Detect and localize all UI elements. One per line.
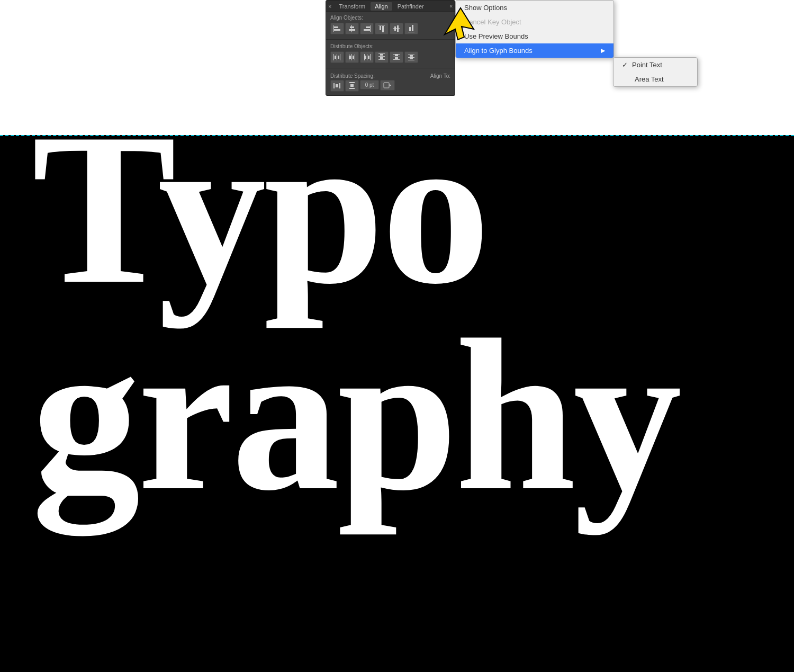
svg-rect-5 xyxy=(351,25,352,32)
align-to-dropdown[interactable] xyxy=(380,80,395,91)
divider1 xyxy=(326,39,455,40)
distribute-objects-section: Distribute Objects: xyxy=(326,41,455,67)
svg-rect-38 xyxy=(393,54,400,55)
svg-rect-2 xyxy=(333,25,334,32)
align-top-button[interactable] xyxy=(375,23,389,34)
svg-rect-15 xyxy=(409,27,411,31)
svg-rect-7 xyxy=(364,29,370,31)
svg-rect-37 xyxy=(380,57,383,59)
panel-close-button[interactable]: × xyxy=(328,3,331,10)
svg-rect-32 xyxy=(368,56,369,59)
svg-rect-28 xyxy=(364,54,365,60)
svg-rect-16 xyxy=(412,25,413,31)
svg-rect-25 xyxy=(355,54,355,60)
align-bottom-button[interactable] xyxy=(404,23,418,34)
distribute-top-button[interactable] xyxy=(375,51,389,63)
distribute-objects-row1 xyxy=(330,51,450,63)
distribute-spacing-section: Distribute Spacing: Align To: xyxy=(326,69,455,95)
typography-display: Typo graphy xyxy=(0,106,794,518)
align-objects-row1 xyxy=(330,23,450,34)
distribute-center-h-button[interactable] xyxy=(345,51,359,63)
svg-rect-17 xyxy=(408,32,414,32)
svg-rect-34 xyxy=(378,56,385,57)
distribute-right-button[interactable] xyxy=(360,51,374,63)
svg-rect-52 xyxy=(349,88,355,89)
svg-rect-45 xyxy=(408,60,414,60)
align-center-h-button[interactable] xyxy=(345,23,359,34)
menu-item-cancel-key-object: Cancel Key Object xyxy=(456,15,613,29)
svg-marker-56 xyxy=(445,8,474,40)
align-center-v-button[interactable] xyxy=(390,23,403,34)
svg-rect-29 xyxy=(367,54,367,60)
divider2 xyxy=(326,68,455,68)
svg-rect-31 xyxy=(365,56,366,59)
menu-item-align-to-glyph-bounds[interactable]: Align to Glyph Bounds ▶ xyxy=(456,43,613,58)
svg-rect-42 xyxy=(395,57,398,59)
distribute-bottom-button[interactable] xyxy=(404,51,418,63)
svg-rect-21 xyxy=(335,56,336,59)
dropdown-menu: Show Options Cancel Key Object Use Previ… xyxy=(455,0,614,58)
svg-rect-9 xyxy=(380,26,381,30)
menu-item-use-preview-bounds[interactable]: Use Preview Bounds xyxy=(456,29,613,43)
tab-transform[interactable]: Transform xyxy=(335,2,369,11)
distribute-h-spacing-button[interactable] xyxy=(330,80,344,92)
align-to-label: Align To: xyxy=(430,73,450,79)
align-right-button[interactable] xyxy=(360,23,374,34)
distribute-center-v-button[interactable] xyxy=(390,51,403,63)
submenu: ✓ Point Text Area Text xyxy=(613,57,698,87)
svg-rect-51 xyxy=(349,82,355,83)
distribute-v-spacing-button[interactable] xyxy=(345,80,359,92)
align-objects-section: Align Objects: xyxy=(326,12,455,38)
svg-rect-22 xyxy=(338,56,339,59)
checkmark-icon: ✓ xyxy=(622,61,628,69)
svg-rect-53 xyxy=(350,84,354,87)
svg-rect-6 xyxy=(366,26,370,28)
svg-rect-54 xyxy=(384,83,389,88)
spacing-input[interactable] xyxy=(360,80,379,89)
align-objects-label: Align Objects: xyxy=(330,15,450,21)
tab-pathfinder[interactable]: Pathfinder xyxy=(393,2,428,11)
svg-rect-49 xyxy=(339,83,340,88)
svg-rect-35 xyxy=(378,59,385,60)
svg-rect-24 xyxy=(351,54,352,60)
tab-align[interactable]: Align xyxy=(371,2,392,11)
svg-marker-55 xyxy=(390,84,391,86)
svg-rect-8 xyxy=(370,25,371,32)
menu-item-show-options[interactable]: Show Options xyxy=(456,1,613,15)
svg-rect-26 xyxy=(349,56,351,59)
svg-rect-47 xyxy=(410,58,413,59)
svg-rect-43 xyxy=(408,55,414,55)
svg-rect-23 xyxy=(349,54,349,60)
svg-rect-41 xyxy=(395,55,398,56)
svg-rect-40 xyxy=(393,59,400,60)
svg-rect-0 xyxy=(334,26,338,28)
svg-rect-44 xyxy=(408,57,414,58)
svg-rect-11 xyxy=(378,25,385,25)
svg-rect-46 xyxy=(410,55,413,57)
svg-rect-10 xyxy=(382,26,384,32)
svg-rect-39 xyxy=(393,57,400,57)
svg-rect-19 xyxy=(337,54,337,60)
svg-rect-36 xyxy=(380,54,383,56)
align-panel: × Transform Align Pathfinder « Align Obj… xyxy=(326,0,455,96)
distribute-objects-label: Distribute Objects: xyxy=(330,43,450,49)
svg-rect-20 xyxy=(340,54,340,60)
align-left-button[interactable] xyxy=(330,23,344,34)
canvas: Typo graphy xyxy=(0,0,794,672)
svg-rect-33 xyxy=(378,53,385,54)
distribute-spacing-row: Distribute Spacing: Align To: xyxy=(330,72,450,80)
svg-rect-27 xyxy=(353,56,354,59)
svg-rect-18 xyxy=(333,54,334,60)
submenu-item-area-text[interactable]: Area Text xyxy=(613,72,697,86)
svg-rect-14 xyxy=(393,28,400,29)
svg-rect-1 xyxy=(334,29,340,31)
distribute-spacing-label: Distribute Spacing: xyxy=(330,73,375,79)
distribute-spacing-icons xyxy=(330,80,450,92)
svg-rect-50 xyxy=(336,84,338,87)
svg-rect-30 xyxy=(370,54,371,60)
panel-header: × Transform Align Pathfinder « xyxy=(326,1,455,12)
submenu-item-point-text[interactable]: ✓ Point Text xyxy=(613,58,697,72)
svg-rect-48 xyxy=(333,83,335,88)
distribute-left-button[interactable] xyxy=(330,51,344,63)
submenu-arrow-icon: ▶ xyxy=(601,47,605,54)
